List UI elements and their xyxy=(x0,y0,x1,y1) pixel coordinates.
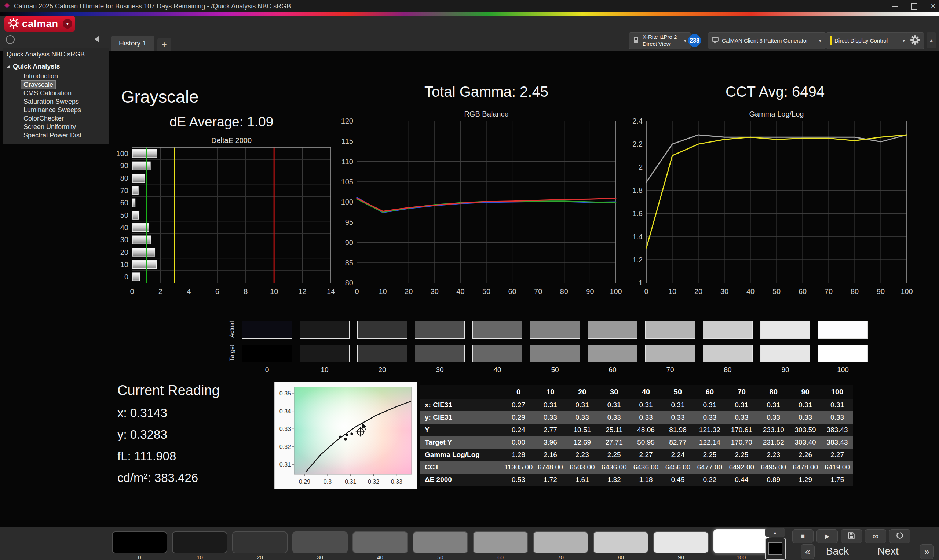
level-label-40: 40 xyxy=(472,366,522,374)
table-cell: 231.52 xyxy=(757,436,789,449)
svg-text:30: 30 xyxy=(720,287,728,295)
minimize-button[interactable] xyxy=(885,0,905,12)
start-measure-button[interactable]: ▶ xyxy=(817,529,838,543)
settings-button[interactable] xyxy=(906,32,924,49)
table-cell: 11305.00 xyxy=(503,461,534,474)
pattern-generator-dropdown[interactable]: CalMAN Client 3 Pattern Generator ▼ xyxy=(708,32,826,49)
back-button[interactable]: Back xyxy=(817,544,857,558)
calman-menu-button[interactable]: calman ▼ xyxy=(5,16,75,32)
table-corner-cell xyxy=(420,385,503,399)
pattern-level-label: 0 xyxy=(138,554,141,560)
table-cell: 0.33 xyxy=(757,411,789,424)
pattern-level-buttons: 0102030405060708090100 xyxy=(112,529,769,560)
svg-text:0.31: 0.31 xyxy=(345,478,356,485)
sidebar-collapse-icon[interactable] xyxy=(95,36,99,43)
ribbon-collapse-button[interactable]: ▲ xyxy=(927,32,936,48)
svg-text:6: 6 xyxy=(215,287,219,295)
total-gamma-readout: Total Gamma: 2.45 xyxy=(357,83,616,100)
svg-text:50: 50 xyxy=(772,287,780,295)
reading-cdm2: cd/m²: 383.426 xyxy=(117,471,198,485)
pattern-level-50[interactable]: 50 xyxy=(413,531,468,560)
measurement-table: 0102030405060708090100x: CIE310.270.310.… xyxy=(420,385,853,486)
table-cell: 0.33 xyxy=(694,411,726,424)
svg-text:1.2: 1.2 xyxy=(632,256,643,264)
close-button[interactable]: × xyxy=(924,0,939,12)
table-cell: 6495.00 xyxy=(757,461,789,474)
table-cell: 2.25 xyxy=(726,449,757,461)
table-cell: 0.44 xyxy=(726,474,757,486)
display-control-dropdown[interactable]: Direct Display Control ▼ xyxy=(826,32,910,49)
svg-text:0.29: 0.29 xyxy=(299,478,310,485)
sidebar-item-colorchecker[interactable]: ColorChecker xyxy=(21,114,66,122)
svg-text:2: 2 xyxy=(638,163,643,171)
sidebar-item-luminance-sweeps[interactable]: Luminance Sweeps xyxy=(21,106,83,114)
stop-icon: ■ xyxy=(801,532,805,540)
sidebar-item-cms-calibration[interactable]: CMS Calibration xyxy=(21,89,74,97)
target-patch-60 xyxy=(587,345,637,362)
stop-measure-button[interactable]: ■ xyxy=(792,529,814,543)
infinity-icon: ∞ xyxy=(873,531,879,541)
target-patch-20 xyxy=(357,345,407,362)
svg-text:0: 0 xyxy=(124,273,128,281)
sidebar-item-spectral-power-dist[interactable]: Spectral Power Dist. xyxy=(21,131,85,139)
maximize-button[interactable] xyxy=(905,0,924,12)
back-chevron-button[interactable]: « xyxy=(801,544,815,559)
row-label: y: CIE31 xyxy=(420,411,503,424)
col-header-70: 70 xyxy=(726,385,757,399)
pattern-swatch-80 xyxy=(593,531,649,554)
workflow-record-icon[interactable] xyxy=(6,35,15,44)
tab-history-1[interactable]: History 1 xyxy=(111,35,154,51)
sidebar-item-saturation-sweeps[interactable]: Saturation Sweeps xyxy=(21,97,81,106)
next-chevron-button[interactable]: » xyxy=(920,544,934,559)
pattern-level-0[interactable]: 0 xyxy=(112,531,167,560)
actual-patch-100 xyxy=(818,321,868,338)
chevron-down-icon: ▼ xyxy=(683,38,688,43)
level-label-50: 50 xyxy=(530,366,580,374)
row-label: Target Y xyxy=(420,436,503,449)
caret-up-icon: ▲ xyxy=(773,530,777,535)
sidebar-item-grayscale[interactable]: Grayscale xyxy=(21,81,56,89)
yellow-bar-icon xyxy=(830,36,831,45)
svg-text:60: 60 xyxy=(508,287,516,295)
next-button[interactable]: Next xyxy=(868,544,908,558)
svg-text:0.33: 0.33 xyxy=(279,426,291,432)
pattern-level-10[interactable]: 10 xyxy=(172,531,227,560)
pattern-level-20[interactable]: 20 xyxy=(232,531,288,560)
target-patch-70 xyxy=(645,345,695,362)
pattern-level-100[interactable]: 100 xyxy=(714,529,769,560)
table-cell: 170.70 xyxy=(726,436,757,449)
save-button[interactable] xyxy=(841,529,862,543)
add-tab-button[interactable]: + xyxy=(157,38,171,51)
chevron-down-icon: ▼ xyxy=(818,38,822,43)
table-cell: 6478.00 xyxy=(789,461,821,474)
reading-y: y: 0.3283 xyxy=(117,428,198,442)
meter-name: X-Rite i1Pro 2 xyxy=(643,34,677,41)
maximize-icon xyxy=(911,3,917,9)
svg-text:0: 0 xyxy=(130,287,134,295)
expand-pattern-tray-button[interactable]: ▲ xyxy=(765,528,785,537)
continuous-measure-button[interactable]: ∞ xyxy=(865,529,886,543)
svg-text:1.6: 1.6 xyxy=(632,210,643,218)
pattern-level-90[interactable]: 90 xyxy=(653,531,709,560)
pattern-level-40[interactable]: 40 xyxy=(353,531,408,560)
sidebar-item-screen-uniformity[interactable]: Screen Uniformity xyxy=(21,123,78,131)
pattern-level-80[interactable]: 80 xyxy=(593,531,649,560)
pattern-swatch-10 xyxy=(172,531,227,554)
pattern-level-60[interactable]: 60 xyxy=(473,531,528,560)
pattern-level-30[interactable]: 30 xyxy=(292,531,348,560)
refresh-button[interactable] xyxy=(889,529,910,543)
rgb-balance-chart: 0102030405060708090100808590951001051101… xyxy=(332,116,622,300)
svg-text:10: 10 xyxy=(120,261,128,269)
pattern-window-button[interactable] xyxy=(765,538,786,560)
sidebar-node-quick-analysis[interactable]: Quick Analysis xyxy=(6,63,109,70)
table-row-e-2000: ΔE 20000.531.721.611.321.180.450.220.440… xyxy=(420,474,853,486)
svg-text:105: 105 xyxy=(341,178,353,186)
svg-text:12: 12 xyxy=(298,287,306,295)
pattern-level-70[interactable]: 70 xyxy=(533,531,588,560)
meter-dropdown[interactable]: X-Rite i1Pro 2 Direct View ▼ xyxy=(629,32,691,49)
svg-text:95: 95 xyxy=(345,218,353,226)
target-row-label: Target xyxy=(228,345,236,362)
sidebar-item-introduction[interactable]: Introduction xyxy=(21,72,60,80)
table-cell: 50.95 xyxy=(630,436,662,449)
table-cell: 82.77 xyxy=(662,436,694,449)
